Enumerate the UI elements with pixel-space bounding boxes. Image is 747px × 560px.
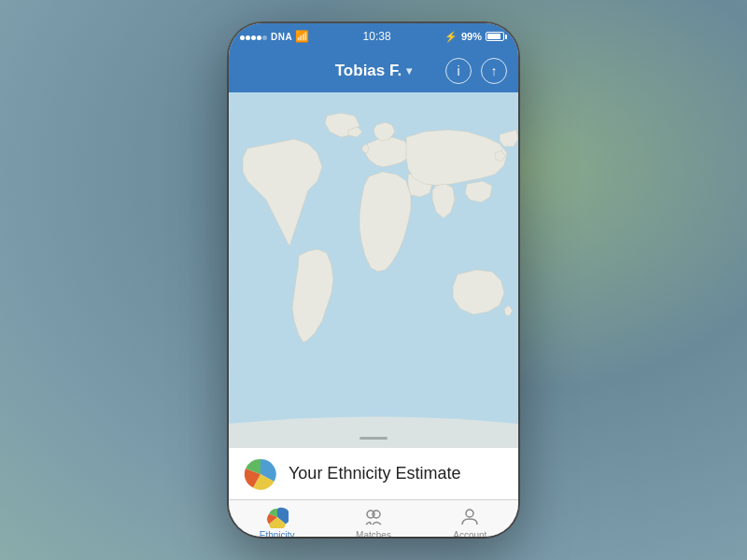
status-bar: DNA 📶 10:38 ⚡ 99% bbox=[229, 23, 518, 49]
account-tab-label: Account bbox=[453, 530, 486, 537]
svg-point-2 bbox=[373, 511, 380, 518]
ethnicity-tab-label: Ethnicity bbox=[260, 530, 295, 537]
scroll-indicator bbox=[359, 437, 388, 440]
status-left: DNA 📶 bbox=[240, 30, 309, 43]
account-tab-icon bbox=[458, 506, 481, 528]
nav-title[interactable]: Tobias F. ▾ bbox=[335, 62, 412, 80]
share-button[interactable]: ↑ bbox=[481, 58, 507, 84]
tab-matches[interactable]: Matches bbox=[325, 500, 421, 537]
ethnicity-pie-icon bbox=[244, 457, 277, 491]
bluetooth-icon: ⚡ bbox=[444, 31, 458, 43]
tab-ethnicity[interactable]: Ethnicity bbox=[229, 500, 325, 537]
share-icon: ↑ bbox=[491, 63, 498, 78]
map-svg bbox=[229, 92, 518, 447]
matches-tab-icon bbox=[362, 506, 385, 528]
ethnicity-label: Your Ethnicity Estimate bbox=[289, 464, 460, 483]
navigation-bar: Tobias F. ▾ i ↑ bbox=[229, 49, 518, 92]
info-button[interactable]: i bbox=[445, 58, 472, 84]
ethnicity-estimate-card[interactable]: Your Ethnicity Estimate bbox=[229, 447, 518, 499]
tab-bar: Ethnicity Matches Account bbox=[229, 499, 518, 537]
phone-frame: DNA 📶 10:38 ⚡ 99% Tobias F. ▾ i ↑ bbox=[229, 23, 518, 537]
matches-tab-label: Matches bbox=[356, 530, 391, 537]
wifi-icon: 📶 bbox=[295, 30, 309, 43]
time-label: 10:38 bbox=[363, 30, 391, 43]
nav-actions: i ↑ bbox=[445, 58, 507, 84]
battery-icon bbox=[486, 32, 507, 41]
ethnicity-tab-icon bbox=[266, 506, 289, 528]
svg-point-3 bbox=[466, 510, 473, 517]
world-map[interactable] bbox=[229, 92, 518, 447]
info-icon: i bbox=[457, 63, 459, 78]
status-right: ⚡ 99% bbox=[444, 31, 507, 43]
dropdown-chevron-icon: ▾ bbox=[406, 64, 412, 77]
battery-percent: 99% bbox=[461, 31, 482, 42]
carrier-label: DNA bbox=[271, 32, 292, 42]
signal-dots bbox=[240, 31, 268, 42]
